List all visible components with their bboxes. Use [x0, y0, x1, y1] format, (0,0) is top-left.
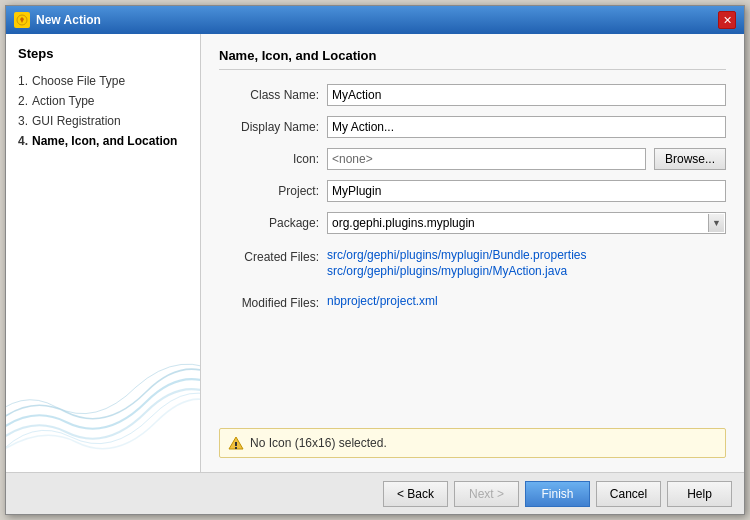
- step-4-label: Name, Icon, and Location: [32, 134, 177, 148]
- created-files-list: src/org/gephi/plugins/myplugin/Bundle.pr…: [327, 248, 726, 278]
- step-4: 4. Name, Icon, and Location: [18, 131, 188, 151]
- step-3: 3. GUI Registration: [18, 111, 188, 131]
- svg-rect-3: [235, 447, 237, 449]
- display-name-row: Display Name:: [219, 116, 726, 138]
- panel-title: Name, Icon, and Location: [219, 48, 726, 70]
- step-3-label: GUI Registration: [32, 114, 121, 128]
- content-area: Steps 1. Choose File Type 2. Action Type…: [6, 34, 744, 472]
- sidebar: Steps 1. Choose File Type 2. Action Type…: [6, 34, 201, 472]
- package-label: Package:: [219, 216, 319, 230]
- icon-label: Icon:: [219, 152, 319, 166]
- class-name-row: Class Name:: [219, 84, 726, 106]
- title-bar-left: New Action: [14, 12, 101, 28]
- class-name-label: Class Name:: [219, 88, 319, 102]
- svg-rect-2: [235, 442, 237, 446]
- next-button[interactable]: Next >: [454, 481, 519, 507]
- back-button[interactable]: < Back: [383, 481, 448, 507]
- close-button[interactable]: ✕: [718, 11, 736, 29]
- package-wrapper: ▼: [327, 212, 726, 234]
- main-panel: Name, Icon, and Location Class Name: Dis…: [201, 34, 744, 472]
- main-window: New Action ✕ Steps 1. Choose File Type 2…: [5, 5, 745, 515]
- sidebar-waves: [6, 352, 200, 472]
- project-label: Project:: [219, 184, 319, 198]
- package-input[interactable]: [327, 212, 726, 234]
- step-1-label: Choose File Type: [32, 74, 125, 88]
- package-row: Package: ▼: [219, 212, 726, 234]
- icon-row: Icon: Browse...: [219, 148, 726, 170]
- step-1: 1. Choose File Type: [18, 71, 188, 91]
- window-title: New Action: [36, 13, 101, 27]
- steps-title: Steps: [18, 46, 188, 61]
- help-button[interactable]: Help: [667, 481, 732, 507]
- package-dropdown-icon[interactable]: ▼: [708, 214, 724, 232]
- modified-files-row: Modified Files: nbproject/project.xml: [219, 294, 726, 310]
- icon-input[interactable]: [327, 148, 646, 170]
- finish-button[interactable]: Finish: [525, 481, 590, 507]
- cancel-button[interactable]: Cancel: [596, 481, 661, 507]
- step-2: 2. Action Type: [18, 91, 188, 111]
- modified-file-1[interactable]: nbproject/project.xml: [327, 294, 726, 308]
- browse-button[interactable]: Browse...: [654, 148, 726, 170]
- bottom-bar: < Back Next > Finish Cancel Help: [6, 472, 744, 514]
- warning-icon: [228, 435, 244, 451]
- project-row: Project:: [219, 180, 726, 202]
- created-files-label: Created Files:: [219, 248, 319, 264]
- window-icon: [14, 12, 30, 28]
- display-name-input[interactable]: [327, 116, 726, 138]
- created-file-1[interactable]: src/org/gephi/plugins/myplugin/Bundle.pr…: [327, 248, 726, 262]
- class-name-input[interactable]: [327, 84, 726, 106]
- modified-files-list: nbproject/project.xml: [327, 294, 726, 308]
- step-2-label: Action Type: [32, 94, 94, 108]
- warning-area: No Icon (16x16) selected.: [219, 428, 726, 458]
- steps-list: 1. Choose File Type 2. Action Type 3. GU…: [18, 71, 188, 151]
- modified-files-label: Modified Files:: [219, 294, 319, 310]
- warning-text: No Icon (16x16) selected.: [250, 436, 387, 450]
- project-input[interactable]: [327, 180, 726, 202]
- display-name-label: Display Name:: [219, 120, 319, 134]
- created-file-2[interactable]: src/org/gephi/plugins/myplugin/MyAction.…: [327, 264, 726, 278]
- title-bar: New Action ✕: [6, 6, 744, 34]
- created-files-row: Created Files: src/org/gephi/plugins/myp…: [219, 248, 726, 278]
